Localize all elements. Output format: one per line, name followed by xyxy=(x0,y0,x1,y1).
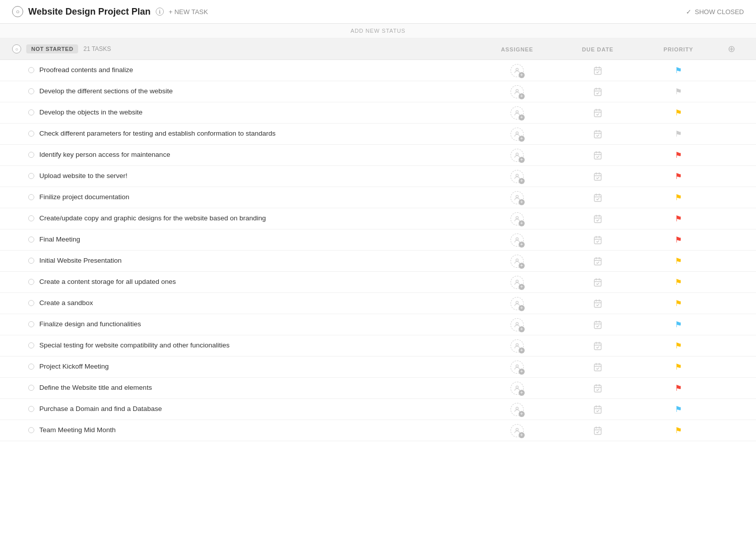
flag-icon[interactable]: ⚑ xyxy=(675,299,682,308)
app-container: ○ Website Design Project Plan ℹ + NEW TA… xyxy=(0,0,756,533)
priority-cell: ⚑ xyxy=(638,383,719,393)
task-cell: Develop the different sections of the we… xyxy=(28,82,477,101)
collapse-section-button[interactable]: ○ xyxy=(12,44,21,53)
calendar-icon[interactable] xyxy=(592,171,603,182)
task-checkbox[interactable] xyxy=(28,385,34,391)
table-row: Create/update copy and graphic designs f… xyxy=(0,208,756,229)
calendar-icon[interactable] xyxy=(592,150,603,161)
flag-icon[interactable]: ⚑ xyxy=(675,171,682,181)
calendar-icon[interactable] xyxy=(592,65,603,76)
flag-icon[interactable]: ⚑ xyxy=(675,256,682,266)
task-checkbox[interactable] xyxy=(28,406,34,412)
calendar-icon[interactable] xyxy=(592,340,603,351)
task-name: Team Meeting Mid Month xyxy=(39,426,116,435)
task-checkbox[interactable] xyxy=(28,88,34,94)
task-checkbox[interactable] xyxy=(28,152,34,158)
priority-cell: ⚑ xyxy=(638,362,719,372)
calendar-icon[interactable] xyxy=(592,362,603,373)
task-checkbox[interactable] xyxy=(28,131,34,137)
assignee-icon[interactable] xyxy=(511,297,524,310)
due-date-cell xyxy=(557,362,638,373)
task-checkbox[interactable] xyxy=(28,67,34,73)
assignee-icon[interactable] xyxy=(511,85,524,98)
calendar-icon[interactable] xyxy=(592,383,603,394)
task-checkbox[interactable] xyxy=(28,300,34,306)
flag-icon[interactable]: ⚑ xyxy=(675,108,682,117)
show-closed-button[interactable]: ✓ SHOW CLOSED xyxy=(686,8,744,16)
assignee-icon[interactable] xyxy=(511,318,524,331)
assignee-icon[interactable] xyxy=(511,170,524,183)
task-name: Upload website to the server! xyxy=(39,171,128,181)
task-checkbox[interactable] xyxy=(28,173,34,179)
assignee-icon[interactable] xyxy=(511,382,524,395)
flag-icon[interactable]: ⚑ xyxy=(675,129,682,139)
task-checkbox[interactable] xyxy=(28,236,34,243)
add-column-button[interactable]: ⊕ xyxy=(728,43,735,54)
assignee-icon[interactable] xyxy=(511,424,524,437)
flag-icon[interactable]: ⚑ xyxy=(675,214,682,223)
task-checkbox[interactable] xyxy=(28,342,34,348)
calendar-icon[interactable] xyxy=(592,298,603,309)
flag-icon[interactable]: ⚑ xyxy=(675,404,682,414)
assignee-icon[interactable] xyxy=(511,255,524,268)
task-checkbox[interactable] xyxy=(28,258,34,264)
assignee-cell xyxy=(477,297,557,310)
flag-icon[interactable]: ⚑ xyxy=(675,341,682,350)
task-cell: Check different parameters for testing a… xyxy=(28,124,477,144)
calendar-icon[interactable] xyxy=(592,404,603,415)
due-date-cell xyxy=(557,256,638,267)
flag-icon[interactable]: ⚑ xyxy=(675,383,682,393)
svg-point-50 xyxy=(516,280,519,282)
svg-point-75 xyxy=(516,386,519,388)
assignee-icon[interactable] xyxy=(511,233,524,247)
flag-icon[interactable]: ⚑ xyxy=(675,150,682,160)
assignee-icon[interactable] xyxy=(511,361,524,374)
calendar-icon[interactable] xyxy=(592,213,603,224)
assignee-icon[interactable] xyxy=(511,339,524,352)
calendar-icon[interactable] xyxy=(592,129,603,140)
info-icon[interactable]: ℹ xyxy=(156,8,164,16)
assignee-icon[interactable] xyxy=(511,276,524,289)
assignee-icon[interactable] xyxy=(511,191,524,204)
task-checkbox[interactable] xyxy=(28,215,34,221)
flag-icon[interactable]: ⚑ xyxy=(675,87,682,96)
add-new-status-bar[interactable]: ADD NEW STATUS xyxy=(0,24,756,38)
svg-point-45 xyxy=(516,259,519,261)
calendar-icon[interactable] xyxy=(592,86,603,97)
collapse-project-button[interactable]: ○ xyxy=(12,6,23,17)
calendar-icon[interactable] xyxy=(592,256,603,267)
assignee-icon[interactable] xyxy=(511,403,524,416)
task-checkbox[interactable] xyxy=(28,109,34,115)
flag-icon[interactable]: ⚑ xyxy=(675,426,682,435)
task-name: Develop the objects in the website xyxy=(39,108,143,117)
calendar-icon[interactable] xyxy=(592,107,603,119)
assignee-icon[interactable] xyxy=(511,106,524,120)
calendar-icon[interactable] xyxy=(592,192,603,203)
table-row: Upload website to the server! xyxy=(0,166,756,187)
flag-icon[interactable]: ⚑ xyxy=(675,362,682,372)
task-cell: Upload website to the server! xyxy=(28,166,477,186)
calendar-icon[interactable] xyxy=(592,234,603,246)
flag-icon[interactable]: ⚑ xyxy=(675,320,682,329)
assignee-icon[interactable] xyxy=(511,212,524,225)
new-task-button[interactable]: + NEW TASK xyxy=(169,8,208,16)
assignee-icon[interactable] xyxy=(511,149,524,162)
table-row: Special testing for website compatibilit… xyxy=(0,335,756,357)
task-checkbox[interactable] xyxy=(28,194,34,200)
calendar-icon[interactable] xyxy=(592,277,603,288)
priority-cell: ⚑ xyxy=(638,235,719,245)
calendar-icon[interactable] xyxy=(592,425,603,436)
status-section-header: ○ NOT STARTED 21 TASKS ASSIGNEE DUE DATE… xyxy=(0,38,756,60)
calendar-icon[interactable] xyxy=(592,319,603,330)
flag-icon[interactable]: ⚑ xyxy=(675,66,682,75)
task-checkbox[interactable] xyxy=(28,279,34,285)
assignee-icon[interactable] xyxy=(511,128,524,141)
task-checkbox[interactable] xyxy=(28,364,34,370)
flag-icon[interactable]: ⚑ xyxy=(675,277,682,287)
flag-icon[interactable]: ⚑ xyxy=(675,193,682,202)
assignee-icon[interactable] xyxy=(511,64,524,77)
task-checkbox[interactable] xyxy=(28,321,34,327)
flag-icon[interactable]: ⚑ xyxy=(675,235,682,245)
table-row: Proofread contents and finalize xyxy=(0,60,756,81)
task-checkbox[interactable] xyxy=(28,427,34,433)
